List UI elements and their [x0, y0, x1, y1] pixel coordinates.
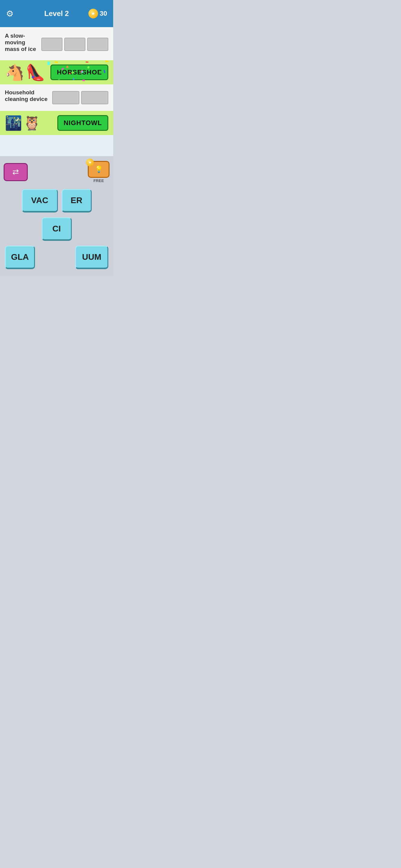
horseshoe-row: 🐴 👠 HORSESHOE	[0, 60, 113, 84]
tile-gla[interactable]: GLA	[5, 246, 35, 269]
puzzle-glacier-clue: A slow-moving mass of ice	[5, 33, 41, 53]
horseshoe-answer: HORSESHOE	[50, 64, 108, 80]
puzzle-glacier-section: A slow-moving mass of ice	[0, 27, 113, 60]
tiles-grid: VAC ER CI GLA UUM	[4, 189, 110, 269]
tools-row: ⇄ ★ 💡 FREE	[4, 161, 110, 183]
answer-box-1	[41, 38, 62, 51]
gap-area	[0, 135, 113, 156]
nightowl-row: 🌃 🦉 NIGHTOWL	[0, 111, 113, 135]
vacuum-answer-box-1	[52, 91, 79, 104]
hint-btn-wrapper: ★ 💡	[88, 161, 110, 178]
header: ⚙ Level 2 ★ 30	[0, 0, 113, 27]
coins-count: 30	[100, 10, 107, 18]
coins-display: ★ 30	[88, 9, 107, 19]
tiles-row-1: VAC ER	[22, 189, 92, 213]
free-coin-icon: ★	[86, 158, 94, 166]
tile-er[interactable]: ER	[62, 189, 92, 213]
horseshoe-emojis: 🐴 👠	[5, 64, 45, 80]
tile-vac[interactable]: VAC	[22, 189, 58, 213]
puzzle-vacuum-answer-boxes	[52, 91, 108, 104]
level-title: Level 2	[45, 9, 69, 18]
shuffle-button[interactable]: ⇄	[4, 163, 28, 181]
answer-box-2	[64, 38, 85, 51]
horse-emoji: 🐴	[5, 64, 24, 80]
coin-icon: ★	[88, 9, 98, 19]
night-emoji: 🌃	[5, 116, 22, 130]
heel-emoji: 👠	[26, 64, 45, 80]
tiles-row-2: CI	[41, 217, 72, 241]
tiles-row-3: GLA UUM	[4, 246, 110, 269]
free-label: FREE	[93, 179, 104, 183]
lightbulb-icon: 💡	[95, 165, 103, 173]
shuffle-icon: ⇄	[12, 167, 19, 177]
tile-uum[interactable]: UUM	[75, 246, 108, 269]
tile-ci[interactable]: CI	[41, 217, 72, 241]
hint-area: ★ 💡 FREE	[88, 161, 110, 183]
puzzle-glacier-answer-boxes	[41, 38, 108, 51]
vacuum-answer-box-2	[81, 91, 108, 104]
owl-emoji: 🦉	[23, 116, 40, 130]
nightowl-emojis: 🌃 🦉	[5, 116, 40, 130]
puzzle-vacuum-section: Household cleaning device	[0, 84, 113, 111]
puzzle-vacuum-clue: Household cleaning device	[5, 89, 52, 102]
gear-icon[interactable]: ⚙	[6, 9, 13, 19]
keyboard-area: ⇄ ★ 💡 FREE VAC ER	[0, 156, 113, 276]
nightowl-answer: NIGHTOWL	[57, 115, 108, 131]
answer-box-3	[87, 38, 108, 51]
